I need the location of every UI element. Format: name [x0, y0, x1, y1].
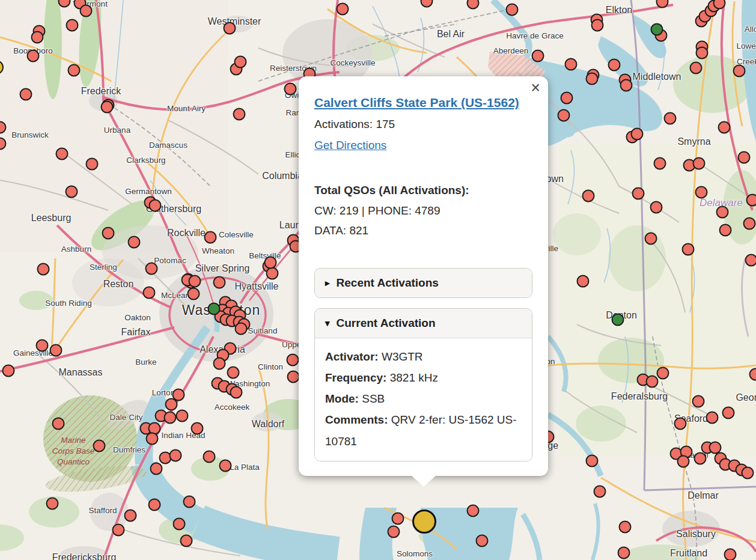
park-marker[interactable]	[102, 227, 115, 240]
park-marker[interactable]	[36, 339, 49, 352]
park-marker[interactable]	[219, 460, 232, 472]
park-marker[interactable]	[694, 452, 707, 465]
park-marker[interactable]	[591, 19, 604, 32]
park-marker[interactable]	[203, 451, 216, 463]
park-marker[interactable]	[146, 433, 159, 445]
park-marker[interactable]	[467, 505, 480, 517]
park-marker[interactable]	[66, 186, 78, 198]
park-marker[interactable]	[582, 190, 595, 202]
park-marker[interactable]	[608, 59, 621, 72]
park-marker[interactable]	[577, 275, 590, 288]
park-marker[interactable]	[742, 467, 754, 479]
park-marker[interactable]	[631, 128, 644, 141]
park-marker[interactable]	[191, 422, 204, 435]
park-marker[interactable]	[56, 148, 69, 160]
park-marker[interactable]	[558, 109, 570, 122]
park-marker[interactable]	[66, 19, 79, 32]
park-marker-active[interactable]	[208, 303, 221, 315]
park-marker[interactable]	[619, 521, 632, 534]
park-marker[interactable]	[392, 513, 404, 525]
park-marker[interactable]	[690, 62, 703, 75]
park-marker[interactable]	[148, 499, 161, 511]
park-marker[interactable]	[693, 157, 706, 170]
park-marker[interactable]	[264, 257, 277, 269]
park-marker[interactable]	[230, 386, 243, 399]
park-marker[interactable]	[93, 440, 106, 452]
park-marker[interactable]	[173, 518, 186, 531]
park-marker[interactable]	[561, 92, 573, 105]
park-marker[interactable]	[674, 418, 687, 430]
close-icon[interactable]: ×	[531, 80, 540, 96]
park-marker-active[interactable]	[612, 314, 624, 326]
park-marker[interactable]	[227, 367, 240, 379]
park-marker[interactable]	[692, 395, 705, 408]
park-marker[interactable]	[2, 365, 15, 377]
park-marker[interactable]	[722, 407, 735, 419]
park-marker[interactable]	[664, 112, 677, 125]
park-marker[interactable]	[224, 22, 236, 35]
park-marker[interactable]	[27, 50, 40, 62]
park-marker[interactable]	[586, 73, 599, 85]
park-marker[interactable]	[20, 88, 32, 101]
park-marker[interactable]	[594, 485, 606, 498]
park-marker[interactable]	[654, 157, 666, 170]
park-marker[interactable]	[532, 50, 544, 62]
park-marker[interactable]	[743, 218, 756, 230]
park-marker[interactable]	[150, 463, 163, 475]
park-marker[interactable]	[586, 455, 599, 467]
park-marker[interactable]	[696, 47, 709, 59]
park-marker[interactable]	[124, 510, 137, 522]
park-marker[interactable]	[565, 58, 578, 71]
park-marker[interactable]	[165, 398, 178, 411]
park-marker[interactable]	[287, 354, 299, 367]
park-marker[interactable]	[68, 64, 81, 77]
park-marker[interactable]	[476, 535, 489, 547]
park-marker[interactable]	[388, 526, 400, 538]
park-marker[interactable]	[52, 418, 65, 430]
park-marker[interactable]	[632, 187, 645, 200]
park-title-link[interactable]: Calvert Cliffs State Park (US-1562)	[314, 96, 519, 109]
park-marker[interactable]	[682, 243, 695, 256]
get-directions-link[interactable]: Get Directions	[314, 135, 386, 155]
park-marker[interactable]	[112, 524, 125, 537]
park-marker[interactable]	[183, 496, 196, 508]
park-marker[interactable]	[284, 83, 297, 96]
park-marker[interactable]	[657, 367, 669, 380]
park-marker[interactable]	[213, 358, 226, 370]
park-marker[interactable]	[746, 194, 756, 207]
park-marker[interactable]	[187, 288, 200, 300]
park-marker[interactable]	[180, 535, 193, 547]
park-marker[interactable]	[724, 549, 737, 560]
park-marker[interactable]	[80, 5, 93, 17]
park-marker[interactable]	[169, 449, 182, 462]
park-marker[interactable]	[716, 206, 729, 219]
park-marker[interactable]	[145, 263, 158, 275]
park-marker[interactable]	[46, 498, 59, 510]
park-marker[interactable]	[646, 376, 659, 388]
park-marker[interactable]	[164, 412, 177, 424]
park-marker[interactable]	[745, 254, 756, 267]
park-marker[interactable]	[620, 79, 633, 92]
park-marker[interactable]	[143, 287, 156, 299]
park-marker[interactable]	[31, 31, 44, 44]
park-marker[interactable]	[618, 547, 630, 559]
park-marker[interactable]	[234, 56, 247, 68]
park-marker[interactable]	[695, 186, 708, 199]
park-marker[interactable]	[204, 231, 217, 244]
park-marker[interactable]	[738, 151, 751, 164]
park-marker[interactable]	[719, 224, 732, 237]
park-marker-active[interactable]	[651, 23, 663, 36]
park-marker[interactable]	[233, 108, 246, 121]
park-marker[interactable]	[37, 263, 50, 276]
recent-activations-toggle[interactable]: ▸ Recent Activations	[315, 269, 532, 297]
park-marker[interactable]	[213, 276, 226, 289]
park-marker[interactable]	[149, 199, 162, 212]
park-marker[interactable]	[128, 236, 141, 249]
park-marker[interactable]	[650, 201, 663, 214]
park-marker[interactable]	[287, 371, 300, 383]
park-marker[interactable]	[86, 158, 99, 171]
park-marker[interactable]	[189, 275, 201, 288]
park-marker[interactable]	[337, 3, 349, 16]
park-marker[interactable]	[706, 412, 719, 424]
park-marker[interactable]	[235, 323, 248, 335]
